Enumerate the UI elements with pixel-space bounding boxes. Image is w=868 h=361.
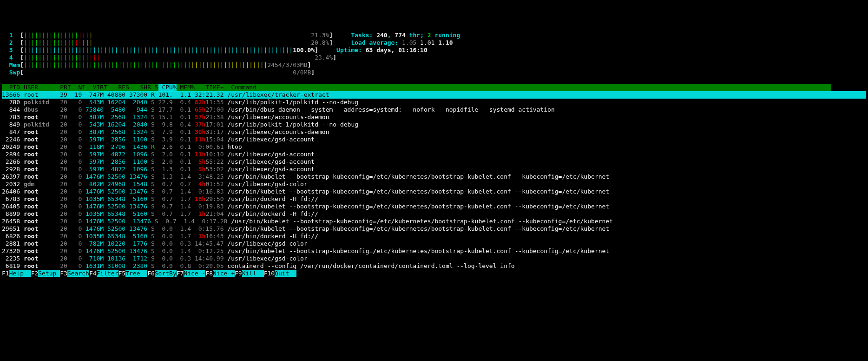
process-row[interactable]: 2235 root 20 0 710M 10136 1712 S 0.0 0.3… (2, 255, 866, 262)
state: S (151, 203, 155, 210)
res: 10136 (107, 255, 125, 262)
fkey-F1[interactable]: F1 (2, 270, 9, 277)
hdr-command[interactable]: Command (227, 84, 831, 91)
process-row[interactable]: 844 dbus 20 0 75840 5480 944 S 17.7 0.1 … (2, 106, 866, 114)
fkey-label-F4[interactable]: Filter (97, 270, 118, 277)
res: 10220 (107, 240, 125, 247)
process-row[interactable]: 26405 root 20 0 1476M 52500 13476 S 0.7 … (2, 203, 866, 210)
fkey-label-F8[interactable]: Nice + (213, 270, 235, 277)
hdr-ni[interactable]: NI (71, 84, 85, 91)
fkey-F7[interactable]: F7 (177, 270, 184, 277)
process-row[interactable]: 783 root 20 0 387M 2568 1324 S 15.1 0.1 … (2, 114, 866, 121)
process-row[interactable]: 8899 root 20 0 1035M 65348 5160 S 0.7 1.… (2, 210, 866, 218)
process-row[interactable]: 2881 root 20 0 782M 10220 1776 S 0.0 0.3… (2, 240, 866, 247)
fkey-label-F5[interactable]: Tree (125, 270, 147, 277)
ni: 0 (71, 128, 82, 135)
time-h: 1h (195, 210, 205, 217)
fkey-label-F10[interactable]: Quit (275, 270, 296, 277)
hdr-pid[interactable]: PID (2, 84, 20, 91)
hdr-virt[interactable]: VIRT (85, 84, 107, 91)
process-row[interactable]: 2894 root 20 0 597M 4872 1096 S 2.0 0.1 … (2, 151, 866, 158)
time-h: 1h (195, 233, 205, 240)
time-h: 4h (195, 180, 205, 187)
hdr-res[interactable]: RES (107, 84, 129, 91)
fkey-F4[interactable]: F4 (89, 270, 97, 277)
time: 5h55:22 (195, 158, 224, 165)
process-row[interactable]: 26458 root 20 0 1476M 52500 13476 S 0.7 … (2, 218, 866, 225)
process-row[interactable]: 6783 root 20 0 1035M 65348 5160 S 0.7 1.… (2, 195, 866, 203)
user: root (24, 247, 53, 254)
command: /usr/libexec/gsd-color (227, 255, 307, 262)
b: ||| (82, 39, 92, 46)
process-row[interactable]: 29651 root 20 0 1476M 52500 13476 S 0.0 … (2, 225, 866, 233)
time-h: 37h (195, 121, 205, 128)
pid: 26406 (2, 188, 20, 195)
res: 2856 (107, 158, 125, 165)
fkey-label-F7[interactable]: Nice - (184, 270, 205, 277)
process-row[interactable]: 13666 root 39 19 747M 40880 37300 R 101.… (2, 91, 866, 99)
process-row[interactable]: 20249 root 20 0 118M 2796 1436 R 2.6 0.1… (2, 143, 866, 151)
command: /usr/libexec/accounts-daemon (227, 114, 329, 120)
res: 2568 (107, 114, 125, 120)
time: 37h17:01 (195, 121, 224, 128)
user: root (24, 128, 53, 135)
hdr-cpu[interactable]: CPU% (158, 84, 177, 91)
fkey-F3[interactable]: F3 (60, 270, 67, 277)
cpu: 0.0 (158, 240, 173, 247)
user: root (24, 166, 53, 173)
command: /usr/bin/kubelet --bootstrap-kubeconfig=… (227, 225, 609, 232)
hdr-mem[interactable]: MEM% (177, 84, 195, 91)
cpu: 0.7 (158, 188, 173, 195)
res: 65348 (107, 195, 125, 202)
time: 5h53:02 (195, 166, 224, 173)
time: 3:48.25 (195, 173, 224, 180)
hdr-user[interactable]: USER (20, 84, 56, 91)
process-row[interactable]: 26397 root 20 0 1476M 52500 13476 S 1.3 … (2, 173, 866, 180)
process-row[interactable]: 847 root 20 0 387M 2568 1324 S 7.9 0.1 3… (2, 128, 866, 136)
fkey-F9[interactable]: F9 (235, 270, 242, 277)
cpu1-pct: 21.3% (311, 32, 329, 39)
hdr-pri[interactable]: PRI (56, 84, 71, 91)
time-t: 31:17 (205, 128, 224, 135)
fkey-label-F1[interactable]: Help (9, 270, 31, 277)
process-row[interactable]: 27320 root 20 0 1476M 52500 13476 S 0.0 … (2, 247, 866, 255)
fkey-F10[interactable]: F10 (264, 270, 275, 277)
process-row[interactable]: 2032 gdm 20 0 802M 24968 1548 S 0.7 0.7 … (2, 180, 866, 188)
fkey-label-F2[interactable]: Setup (38, 270, 60, 277)
process-row[interactable]: 6819 root 20 0 1631M 31008 2380 S 0.0 0.… (2, 262, 866, 270)
process-row[interactable]: 26406 root 20 0 1476M 52500 13476 S 0.7 … (2, 188, 866, 195)
state: S (151, 210, 155, 217)
process-row[interactable]: 6826 root 20 0 1035M 65348 5160 S 0.0 1.… (2, 233, 866, 240)
fkey-F8[interactable]: F8 (205, 270, 213, 277)
res: 31008 (107, 262, 125, 269)
ni: 0 (71, 262, 82, 269)
hdr-time[interactable]: TIME+ (195, 84, 227, 91)
fkey-F5[interactable]: F5 (118, 270, 126, 277)
ni: 0 (71, 173, 82, 180)
shr: 1324 (129, 114, 147, 120)
pid: 13666 (2, 91, 20, 98)
process-row[interactable]: 849 polkitd 20 0 543M 16204 2040 S 9.8 0… (2, 121, 866, 128)
user: gdm (24, 180, 53, 187)
fkey-F6[interactable]: F6 (147, 270, 155, 277)
table-header[interactable]: PID USER PRI NI VIRT RES SHR S CPU% MEM%… (2, 84, 866, 91)
process-row[interactable]: 2928 root 20 0 597M 4872 1096 S 1.3 0.1 … (2, 166, 866, 173)
process-row[interactable]: 2246 root 20 0 597M 2856 1100 S 3.9 0.1 … (2, 136, 866, 143)
b: ||||||||||||||||||||| (191, 61, 267, 68)
ni: 0 (71, 106, 82, 113)
fkey-label-F6[interactable]: SortBy (155, 270, 177, 277)
process-row[interactable]: 2266 root 20 0 597M 2856 1100 S 2.0 0.1 … (2, 158, 866, 166)
process-row[interactable]: 780 polkitd 20 0 543M 16204 2040 S 22.9 … (2, 99, 866, 106)
fkey-label-F9[interactable]: Kill (242, 270, 264, 277)
shr: 1096 (129, 151, 147, 158)
cpu: 101. (158, 91, 173, 98)
hdr-shr[interactable]: SHR (129, 84, 151, 91)
load1: 1.05 (402, 39, 416, 46)
mem: 0.1 (177, 114, 191, 120)
hdr-s[interactable]: S (151, 84, 158, 91)
fkey-F2[interactable]: F2 (31, 270, 39, 277)
fkey-label-F3[interactable]: Search (67, 270, 89, 277)
command: /usr/libexec/accounts-daemon (227, 128, 329, 135)
state: S (151, 136, 155, 143)
cpu: 0.7 (158, 195, 173, 202)
